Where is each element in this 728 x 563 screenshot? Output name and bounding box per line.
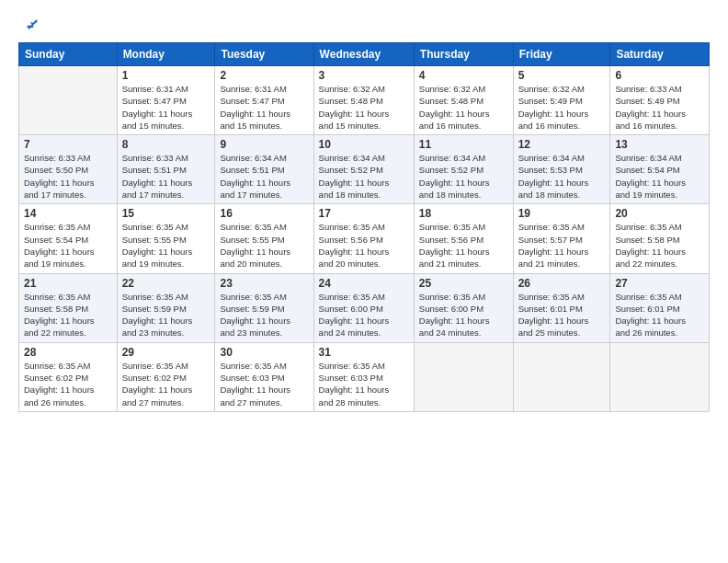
calendar-cell: 18Sunrise: 6:35 AM Sunset: 5:56 PM Dayli… xyxy=(414,204,513,273)
calendar-row-4: 28Sunrise: 6:35 AM Sunset: 6:02 PM Dayli… xyxy=(19,342,710,411)
calendar-cell: 28Sunrise: 6:35 AM Sunset: 6:02 PM Dayli… xyxy=(19,342,118,411)
weekday-tuesday: Tuesday xyxy=(215,43,313,66)
day-number: 8 xyxy=(122,138,210,151)
logo xyxy=(18,17,40,33)
weekday-saturday: Saturday xyxy=(610,43,710,66)
day-number: 10 xyxy=(319,138,409,151)
calendar-cell: 21Sunrise: 6:35 AM Sunset: 5:58 PM Dayli… xyxy=(19,273,118,342)
day-info: Sunrise: 6:35 AM Sunset: 5:56 PM Dayligh… xyxy=(419,221,508,270)
day-info: Sunrise: 6:35 AM Sunset: 5:55 PM Dayligh… xyxy=(122,221,210,270)
day-info: Sunrise: 6:32 AM Sunset: 5:48 PM Dayligh… xyxy=(319,83,409,132)
calendar-cell: 12Sunrise: 6:34 AM Sunset: 5:53 PM Dayli… xyxy=(513,135,610,204)
day-number: 20 xyxy=(615,207,704,220)
day-info: Sunrise: 6:34 AM Sunset: 5:51 PM Dayligh… xyxy=(220,152,308,201)
day-number: 14 xyxy=(24,207,112,220)
header xyxy=(18,17,710,33)
day-number: 17 xyxy=(319,207,409,220)
calendar-cell: 7Sunrise: 6:33 AM Sunset: 5:50 PM Daylig… xyxy=(19,135,118,204)
day-number: 7 xyxy=(24,138,112,151)
calendar-cell xyxy=(513,342,610,411)
day-number: 27 xyxy=(615,277,704,290)
calendar-cell: 15Sunrise: 6:35 AM Sunset: 5:55 PM Dayli… xyxy=(117,204,215,273)
calendar-cell: 3Sunrise: 6:32 AM Sunset: 5:48 PM Daylig… xyxy=(313,66,414,135)
day-info: Sunrise: 6:35 AM Sunset: 5:54 PM Dayligh… xyxy=(24,221,112,270)
day-number: 29 xyxy=(122,346,210,359)
day-number: 5 xyxy=(518,69,606,82)
calendar-cell: 1Sunrise: 6:31 AM Sunset: 5:47 PM Daylig… xyxy=(117,66,215,135)
calendar-cell: 6Sunrise: 6:33 AM Sunset: 5:49 PM Daylig… xyxy=(610,66,710,135)
day-info: Sunrise: 6:34 AM Sunset: 5:53 PM Dayligh… xyxy=(518,152,606,201)
day-number: 19 xyxy=(518,207,606,220)
calendar-cell: 16Sunrise: 6:35 AM Sunset: 5:55 PM Dayli… xyxy=(215,204,313,273)
calendar-cell: 9Sunrise: 6:34 AM Sunset: 5:51 PM Daylig… xyxy=(215,135,313,204)
day-number: 23 xyxy=(220,277,308,290)
day-info: Sunrise: 6:35 AM Sunset: 6:03 PM Dayligh… xyxy=(220,360,308,408)
calendar-cell: 23Sunrise: 6:35 AM Sunset: 5:59 PM Dayli… xyxy=(215,273,313,342)
calendar-table: SundayMondayTuesdayWednesdayThursdayFrid… xyxy=(18,42,710,412)
calendar-cell xyxy=(19,66,118,135)
day-number: 3 xyxy=(319,69,409,82)
calendar-cell: 29Sunrise: 6:35 AM Sunset: 6:02 PM Dayli… xyxy=(117,342,215,411)
weekday-sunday: Sunday xyxy=(19,43,118,66)
calendar-cell xyxy=(610,342,710,411)
calendar-cell: 5Sunrise: 6:32 AM Sunset: 5:49 PM Daylig… xyxy=(513,66,610,135)
day-number: 22 xyxy=(122,277,210,290)
calendar-cell: 27Sunrise: 6:35 AM Sunset: 6:01 PM Dayli… xyxy=(610,273,710,342)
day-number: 31 xyxy=(319,346,409,359)
calendar-cell: 17Sunrise: 6:35 AM Sunset: 5:56 PM Dayli… xyxy=(313,204,414,273)
weekday-friday: Friday xyxy=(513,43,610,66)
day-number: 1 xyxy=(122,69,210,82)
day-info: Sunrise: 6:35 AM Sunset: 5:58 PM Dayligh… xyxy=(24,291,112,339)
day-number: 4 xyxy=(419,69,508,82)
calendar-cell: 24Sunrise: 6:35 AM Sunset: 6:00 PM Dayli… xyxy=(313,273,414,342)
day-info: Sunrise: 6:35 AM Sunset: 6:01 PM Dayligh… xyxy=(518,291,606,339)
day-info: Sunrise: 6:35 AM Sunset: 5:59 PM Dayligh… xyxy=(122,291,210,339)
day-info: Sunrise: 6:35 AM Sunset: 5:58 PM Dayligh… xyxy=(615,221,704,270)
calendar-cell: 30Sunrise: 6:35 AM Sunset: 6:03 PM Dayli… xyxy=(215,342,313,411)
calendar-cell: 4Sunrise: 6:32 AM Sunset: 5:48 PM Daylig… xyxy=(414,66,513,135)
calendar-cell: 26Sunrise: 6:35 AM Sunset: 6:01 PM Dayli… xyxy=(513,273,610,342)
day-number: 21 xyxy=(24,277,112,290)
day-number: 6 xyxy=(615,69,704,82)
day-info: Sunrise: 6:31 AM Sunset: 5:47 PM Dayligh… xyxy=(122,83,210,132)
day-info: Sunrise: 6:34 AM Sunset: 5:52 PM Dayligh… xyxy=(419,152,508,201)
day-info: Sunrise: 6:31 AM Sunset: 5:47 PM Dayligh… xyxy=(220,83,308,132)
calendar-row-2: 14Sunrise: 6:35 AM Sunset: 5:54 PM Dayli… xyxy=(19,204,710,273)
calendar-row-3: 21Sunrise: 6:35 AM Sunset: 5:58 PM Dayli… xyxy=(19,273,710,342)
day-info: Sunrise: 6:32 AM Sunset: 5:48 PM Dayligh… xyxy=(419,83,508,132)
day-info: Sunrise: 6:35 AM Sunset: 6:00 PM Dayligh… xyxy=(319,291,409,339)
calendar-cell: 13Sunrise: 6:34 AM Sunset: 5:54 PM Dayli… xyxy=(610,135,710,204)
logo-bird-icon xyxy=(20,13,40,33)
day-number: 25 xyxy=(419,277,508,290)
day-number: 11 xyxy=(419,138,508,151)
day-info: Sunrise: 6:35 AM Sunset: 6:00 PM Dayligh… xyxy=(419,291,508,339)
day-info: Sunrise: 6:35 AM Sunset: 6:02 PM Dayligh… xyxy=(122,360,210,408)
day-number: 24 xyxy=(319,277,409,290)
day-info: Sunrise: 6:35 AM Sunset: 5:56 PM Dayligh… xyxy=(319,221,409,270)
weekday-wednesday: Wednesday xyxy=(313,43,414,66)
day-info: Sunrise: 6:33 AM Sunset: 5:50 PM Dayligh… xyxy=(24,152,112,201)
calendar-cell xyxy=(414,342,513,411)
day-number: 15 xyxy=(122,207,210,220)
day-info: Sunrise: 6:35 AM Sunset: 5:57 PM Dayligh… xyxy=(518,221,606,270)
day-number: 18 xyxy=(419,207,508,220)
calendar-cell: 14Sunrise: 6:35 AM Sunset: 5:54 PM Dayli… xyxy=(19,204,118,273)
day-info: Sunrise: 6:34 AM Sunset: 5:52 PM Dayligh… xyxy=(319,152,409,201)
page: SundayMondayTuesdayWednesdayThursdayFrid… xyxy=(0,0,728,421)
calendar-cell: 11Sunrise: 6:34 AM Sunset: 5:52 PM Dayli… xyxy=(414,135,513,204)
day-info: Sunrise: 6:34 AM Sunset: 5:54 PM Dayligh… xyxy=(615,152,704,201)
day-info: Sunrise: 6:35 AM Sunset: 6:03 PM Dayligh… xyxy=(319,360,409,408)
calendar-cell: 20Sunrise: 6:35 AM Sunset: 5:58 PM Dayli… xyxy=(610,204,710,273)
calendar-cell: 25Sunrise: 6:35 AM Sunset: 6:00 PM Dayli… xyxy=(414,273,513,342)
weekday-thursday: Thursday xyxy=(414,43,513,66)
calendar-cell: 22Sunrise: 6:35 AM Sunset: 5:59 PM Dayli… xyxy=(117,273,215,342)
day-number: 9 xyxy=(220,138,308,151)
calendar-cell: 8Sunrise: 6:33 AM Sunset: 5:51 PM Daylig… xyxy=(117,135,215,204)
day-info: Sunrise: 6:35 AM Sunset: 6:01 PM Dayligh… xyxy=(615,291,704,339)
calendar-cell: 10Sunrise: 6:34 AM Sunset: 5:52 PM Dayli… xyxy=(313,135,414,204)
day-info: Sunrise: 6:33 AM Sunset: 5:49 PM Dayligh… xyxy=(615,83,704,132)
calendar-row-1: 7Sunrise: 6:33 AM Sunset: 5:50 PM Daylig… xyxy=(19,135,710,204)
day-info: Sunrise: 6:32 AM Sunset: 5:49 PM Dayligh… xyxy=(518,83,606,132)
day-number: 12 xyxy=(518,138,606,151)
calendar-cell: 2Sunrise: 6:31 AM Sunset: 5:47 PM Daylig… xyxy=(215,66,313,135)
